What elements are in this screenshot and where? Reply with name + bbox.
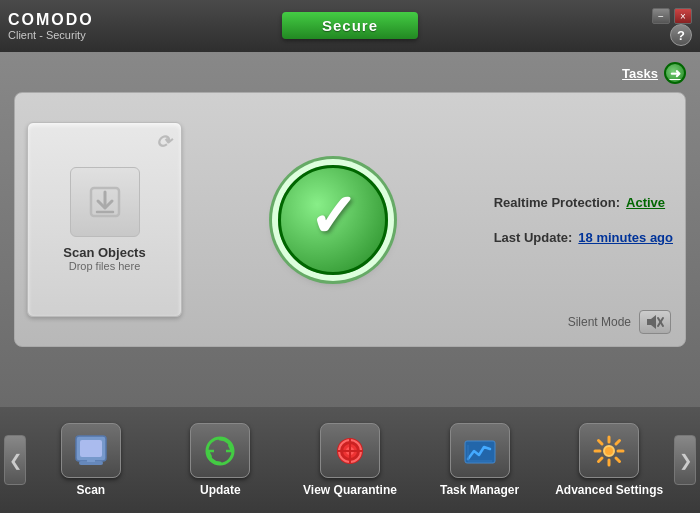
- toolbar-item-taskmanager[interactable]: Task Manager: [425, 423, 535, 497]
- update-icon-box: [190, 423, 250, 478]
- content-panel: ⟳ Scan Objects Drop files here ✓: [14, 92, 686, 347]
- taskmanager-toolbar-icon: [462, 433, 498, 469]
- svg-line-27: [616, 440, 620, 444]
- quarantine-label: View Quarantine: [303, 483, 397, 497]
- realtime-protection-row: Realtime Protection: Active: [494, 195, 673, 210]
- tasks-row: Tasks ➜: [14, 62, 686, 84]
- security-status-circle: ✓: [202, 165, 464, 275]
- last-update-label: Last Update:: [494, 230, 573, 245]
- app-logo: COMODO Client - Security: [8, 11, 94, 41]
- window-controls: − ×: [652, 8, 692, 24]
- update-label: Update: [200, 483, 241, 497]
- quarantine-toolbar-icon: [332, 433, 368, 469]
- silent-mode-label: Silent Mode: [568, 315, 631, 329]
- secure-badge: Secure: [282, 12, 418, 39]
- svg-marker-3: [647, 315, 656, 329]
- svg-rect-7: [80, 440, 102, 457]
- secure-badge-container: Secure: [282, 12, 418, 39]
- check-mark-icon: ✓: [308, 187, 358, 247]
- svg-rect-9: [87, 457, 95, 462]
- check-circle-outer: ✓: [278, 165, 388, 275]
- minimize-button[interactable]: −: [652, 8, 670, 24]
- toolbar-items: Scan Update: [26, 407, 674, 513]
- tasks-link[interactable]: Tasks ➜: [622, 62, 686, 84]
- settings-toolbar-icon: [591, 433, 627, 469]
- silent-mode-button[interactable]: [639, 310, 671, 334]
- scan-objects-label: Scan Objects Drop files here: [63, 245, 145, 272]
- scan-objects-title: Scan Objects: [63, 245, 145, 260]
- app-subtitle: Client - Security: [8, 29, 94, 41]
- nav-right-button[interactable]: ❯: [674, 435, 696, 485]
- scan-objects-box[interactable]: ⟳ Scan Objects Drop files here: [27, 122, 182, 317]
- svg-line-28: [599, 458, 603, 462]
- main-area: Tasks ➜ ⟳ Scan Objects Drop files here: [0, 52, 700, 407]
- scan-objects-sub: Drop files here: [63, 260, 145, 272]
- scan-icon-box: [61, 423, 121, 478]
- last-update-value[interactable]: 18 minutes ago: [578, 230, 673, 245]
- silent-mode-row: Silent Mode: [568, 310, 671, 334]
- scan-label: Scan: [76, 483, 105, 497]
- taskmanager-label: Task Manager: [440, 483, 519, 497]
- speaker-mute-icon: [645, 314, 665, 330]
- last-update-row: Last Update: 18 minutes ago: [494, 230, 673, 245]
- scan-download-icon: [87, 184, 123, 220]
- taskmanager-icon-box: [450, 423, 510, 478]
- nav-left-button[interactable]: ❮: [4, 435, 26, 485]
- brand-name: COMODO: [8, 11, 94, 29]
- help-button[interactable]: ?: [670, 24, 692, 46]
- toolbar-item-settings[interactable]: Advanced Settings: [554, 423, 664, 497]
- realtime-label: Realtime Protection:: [494, 195, 620, 210]
- toolbar-item-quarantine[interactable]: View Quarantine: [295, 423, 405, 497]
- toolbar-item-update[interactable]: Update: [165, 423, 275, 497]
- settings-label: Advanced Settings: [555, 483, 663, 497]
- svg-line-26: [616, 458, 620, 462]
- quarantine-icon-box: [320, 423, 380, 478]
- bottom-toolbar: ❮ Scan: [0, 407, 700, 513]
- settings-icon-box: [579, 423, 639, 478]
- realtime-value[interactable]: Active: [626, 195, 665, 210]
- close-button[interactable]: ×: [674, 8, 692, 24]
- tasks-arrow-icon: ➜: [664, 62, 686, 84]
- comodo-watermark: ⟳: [156, 131, 171, 153]
- update-toolbar-icon: [202, 433, 238, 469]
- tasks-label: Tasks: [622, 66, 658, 81]
- svg-line-25: [599, 440, 603, 444]
- status-info: Realtime Protection: Active Last Update:…: [494, 195, 673, 245]
- toolbar-item-scan[interactable]: Scan: [36, 423, 146, 497]
- title-bar: COMODO Client - Security Secure − × ?: [0, 0, 700, 52]
- scan-toolbar-icon: [73, 433, 109, 469]
- scan-objects-icon-wrap: [70, 167, 140, 237]
